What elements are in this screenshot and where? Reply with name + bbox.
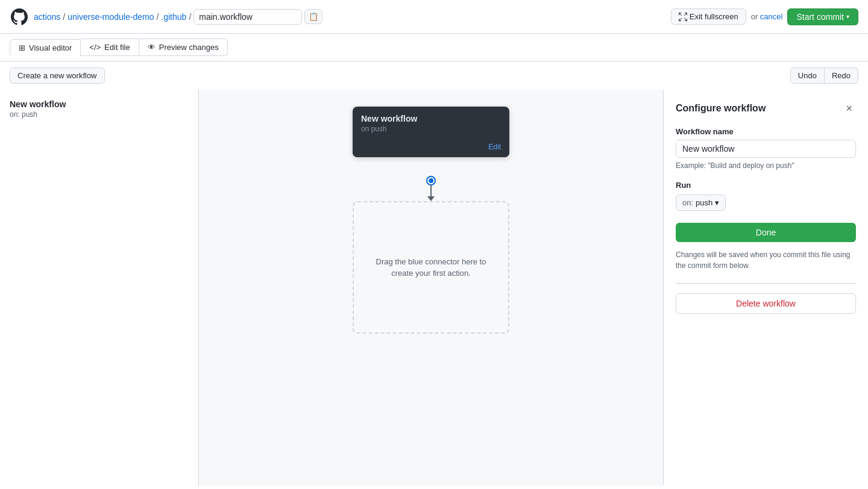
toolbar: ⊞ Visual editor </> Edit file 👁 Preview … xyxy=(0,34,868,61)
exit-fullscreen-button[interactable]: Exit fullscreen xyxy=(671,8,746,25)
connector-area xyxy=(427,177,435,201)
exit-fullscreen-label: Exit fullscreen xyxy=(690,12,738,21)
cancel-link[interactable]: cancel xyxy=(760,12,783,21)
copy-icon[interactable]: 📋 xyxy=(304,9,322,24)
workflow-node-edit-link[interactable]: Edit xyxy=(488,143,501,151)
workflow-node-title: New workflow xyxy=(361,114,501,123)
app-header: actions / universe-module-demo / .github… xyxy=(0,0,868,34)
workflow-name-label: Workflow name xyxy=(676,127,856,136)
breadcrumb-sep1: / xyxy=(63,12,65,22)
edit-file-icon: </> xyxy=(89,43,101,52)
run-label: Run xyxy=(676,181,856,190)
run-value: push xyxy=(696,198,712,207)
drop-zone-text: Drag the blue connector here tocreate yo… xyxy=(364,244,498,291)
connector-line xyxy=(430,184,432,196)
breadcrumb: actions / universe-module-demo / .github… xyxy=(34,9,322,25)
config-close-button[interactable]: × xyxy=(842,102,856,115)
start-commit-chevron: ▾ xyxy=(846,13,849,20)
done-button[interactable]: Done xyxy=(676,223,856,242)
connector-arrow xyxy=(427,196,435,201)
action-bar: Create a new workflow Undo Redo xyxy=(0,61,868,90)
breadcrumb-repo[interactable]: universe-module-demo xyxy=(68,12,154,22)
workflow-name-input[interactable] xyxy=(676,140,856,158)
run-dropdown[interactable]: on: push ▾ xyxy=(676,195,726,211)
workflow-node[interactable]: New workflow on push Edit xyxy=(353,107,509,157)
visual-editor-label: Visual editor xyxy=(29,43,72,52)
sidebar-workflow-title: New workflow xyxy=(10,99,189,109)
or-cancel-text: or cancel xyxy=(751,12,783,21)
config-note: Changes will be saved when you commit th… xyxy=(676,249,856,271)
breadcrumb-actions[interactable]: actions xyxy=(34,12,60,22)
redo-button[interactable]: Redo xyxy=(825,67,858,84)
tab-edit-file[interactable]: </> Edit file xyxy=(81,39,139,56)
tab-visual-editor[interactable]: ⊞ Visual editor xyxy=(10,39,81,57)
start-commit-label: Start commit xyxy=(796,12,844,22)
filename-input[interactable] xyxy=(193,9,302,25)
config-title: Configure workflow xyxy=(676,103,766,114)
undo-redo-group: Undo Redo xyxy=(790,67,858,84)
canvas: New workflow on push Edit Drag the blue … xyxy=(199,90,663,485)
drop-zone[interactable]: Drag the blue connector here tocreate yo… xyxy=(353,201,509,334)
visual-editor-icon: ⊞ xyxy=(19,43,25,52)
connector-dot[interactable] xyxy=(427,177,435,184)
run-chevron: ▾ xyxy=(715,198,719,207)
github-logo xyxy=(10,7,29,26)
breadcrumb-sep2: / xyxy=(156,12,159,22)
config-panel: Configure workflow × Workflow name Examp… xyxy=(663,90,868,485)
create-workflow-label: Create a new workflow xyxy=(17,71,97,80)
sidebar-workflow-item[interactable]: New workflow on: push xyxy=(10,99,189,119)
config-header: Configure workflow × xyxy=(676,102,856,115)
start-commit-button[interactable]: Start commit ▾ xyxy=(787,8,858,25)
breadcrumb-sep3: / xyxy=(189,12,191,22)
sidebar-workflow-on: on: push xyxy=(10,110,189,119)
create-workflow-button[interactable]: Create a new workflow xyxy=(10,67,105,84)
config-divider xyxy=(676,283,856,284)
delete-workflow-button[interactable]: Delete workflow xyxy=(676,293,856,314)
workflow-node-footer: Edit xyxy=(353,139,509,157)
run-prefix: on: xyxy=(682,198,693,207)
workflow-node-header: New workflow on push xyxy=(353,107,509,139)
sidebar: New workflow on: push xyxy=(0,90,199,485)
preview-changes-label: Preview changes xyxy=(159,43,219,52)
edit-file-label: Edit file xyxy=(104,43,130,52)
main-layout: New workflow on: push New workflow on pu… xyxy=(0,90,868,485)
undo-button[interactable]: Undo xyxy=(790,67,825,84)
workflow-name-hint: Example: "Build and deploy on push" xyxy=(676,161,856,170)
tab-preview-changes[interactable]: 👁 Preview changes xyxy=(139,39,228,56)
header-right: Exit fullscreen or cancel Start commit ▾ xyxy=(671,8,858,25)
workflow-node-on: on push xyxy=(361,125,501,133)
breadcrumb-github[interactable]: .github xyxy=(161,12,186,22)
preview-icon: 👁 xyxy=(148,43,156,52)
fullscreen-icon xyxy=(679,13,687,21)
